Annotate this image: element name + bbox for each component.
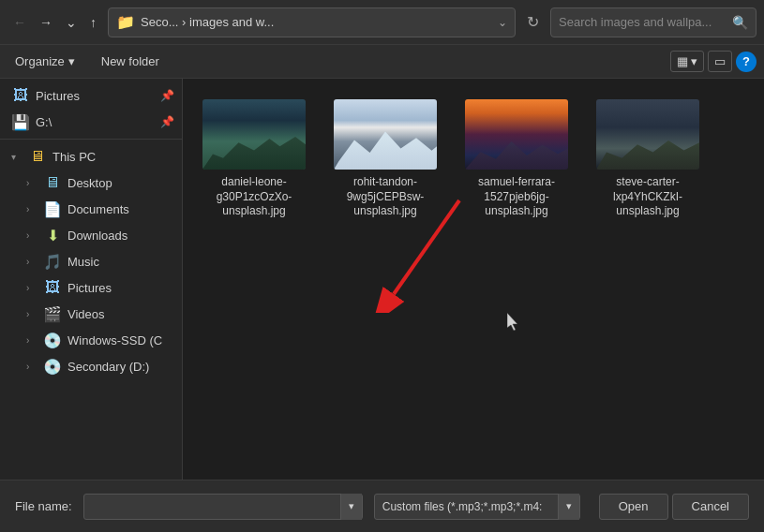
sidebar-item-g-drive[interactable]: 💾 G:\ 📌 bbox=[0, 109, 182, 135]
refresh-button[interactable]: ↻ bbox=[521, 9, 545, 35]
sidebar-item-label: Windows-SSD (C bbox=[67, 333, 162, 347]
filename-label: File name: bbox=[15, 499, 72, 513]
back-button[interactable]: ← bbox=[7, 11, 32, 34]
expand-icon: › bbox=[26, 309, 37, 319]
main-area: 🖼 Pictures 📌 💾 G:\ 📌 ▾ 🖥 This PC › 🖥 Des… bbox=[0, 79, 764, 480]
address-bar-container: ← → ⌄ ↑ 📁 Seco... › images and w... ⌄ ↻ … bbox=[0, 0, 764, 45]
expand-icon: › bbox=[26, 178, 37, 188]
cancel-button[interactable]: Cancel bbox=[672, 494, 749, 520]
music-icon: 🎵 bbox=[43, 253, 62, 271]
organize-label: Organize bbox=[15, 54, 65, 68]
sidebar-item-documents[interactable]: › 📄 Documents bbox=[0, 196, 182, 222]
sidebar-item-label: Desktop bbox=[67, 176, 112, 190]
address-bar[interactable]: 📁 Seco... › images and w... ⌄ bbox=[108, 7, 516, 37]
toolbar: Organize ▾ New folder ▦ ▾ ▭ ? bbox=[0, 45, 764, 79]
pictures-icon: 🖼 bbox=[43, 279, 62, 296]
file-thumbnail bbox=[202, 99, 306, 170]
file-item[interactable]: samuel-ferrara-1527pjeb6jg-unsplash.jpg bbox=[460, 94, 573, 225]
new-folder-label: New folder bbox=[101, 54, 159, 68]
history-dropdown-button[interactable]: ⌄ bbox=[60, 11, 82, 34]
file-area: daniel-leone-g30P1zcOzXo-unsplash.jpg ro… bbox=[183, 79, 764, 480]
sidebar-item-this-pc[interactable]: ▾ 🖥 This PC bbox=[0, 143, 182, 170]
view-chevron-icon: ▾ bbox=[691, 54, 697, 68]
expand-icon: › bbox=[26, 335, 37, 346]
new-folder-button[interactable]: New folder bbox=[94, 52, 167, 71]
expand-icon: › bbox=[26, 230, 37, 241]
file-name: daniel-leone-g30P1zcOzXo-unsplash.jpg bbox=[203, 175, 305, 219]
mouse-cursor bbox=[507, 313, 520, 332]
address-path-text: Seco... › images and w... bbox=[141, 15, 492, 29]
file-item[interactable]: rohit-tandon-9wg5jCEPBsw-unsplash.jpg bbox=[329, 94, 442, 225]
search-bar[interactable]: 🔍 bbox=[550, 7, 757, 37]
sidebar-item-label: Documents bbox=[67, 202, 129, 216]
search-icon: 🔍 bbox=[732, 15, 748, 30]
view-toggle-button[interactable]: ▦ ▾ bbox=[670, 51, 704, 72]
sidebar-item-videos[interactable]: › 🎬 Videos bbox=[0, 301, 182, 327]
sidebar-item-label: Downloads bbox=[67, 229, 127, 243]
sidebar-item-desktop[interactable]: › 🖥 Desktop bbox=[0, 170, 182, 196]
file-name: steve-carter-lxp4YhCKZkI-unsplash.jpg bbox=[597, 175, 698, 219]
folder-icon: 📁 bbox=[116, 13, 135, 31]
bottom-bar: File name: ▾ Custom files (*.mp3;*.mp3;*… bbox=[0, 480, 764, 532]
file-thumbnail bbox=[334, 99, 437, 170]
sidebar-item-secondary[interactable]: › 💿 Secondary (D:) bbox=[0, 353, 182, 379]
filename-dropdown-button[interactable]: ▾ bbox=[340, 494, 362, 520]
sidebar-item-label: Pictures bbox=[67, 281, 112, 295]
file-name: rohit-tandon-9wg5jCEPBsw-unsplash.jpg bbox=[335, 175, 436, 219]
expand-icon: ▾ bbox=[11, 152, 22, 162]
sidebar-divider bbox=[0, 139, 182, 140]
organize-chevron-icon: ▾ bbox=[68, 54, 75, 68]
pane-toggle-button[interactable]: ▭ bbox=[708, 51, 732, 72]
filetype-label: Custom files (*.mp3;*.mp3;*.m4: bbox=[375, 500, 558, 513]
sidebar-item-downloads[interactable]: › ⬇ Downloads bbox=[0, 222, 182, 248]
expand-icon: › bbox=[26, 362, 37, 372]
sidebar-item-label: Videos bbox=[67, 307, 105, 321]
file-item[interactable]: steve-carter-lxp4YhCKZkI-unsplash.jpg bbox=[592, 94, 704, 225]
expand-icon: › bbox=[26, 283, 37, 293]
expand-icon: › bbox=[26, 257, 37, 267]
this-pc-label: This PC bbox=[52, 150, 96, 164]
docs-icon: 📄 bbox=[43, 200, 62, 218]
file-name: samuel-ferrara-1527pjeb6jg-unsplash.jpg bbox=[466, 175, 567, 219]
sidebar-item-label: Secondary (D:) bbox=[67, 360, 149, 374]
search-input[interactable] bbox=[559, 15, 727, 29]
pin-icon: 📌 bbox=[160, 115, 174, 128]
view-icon: ▦ bbox=[677, 54, 688, 68]
drive-icon: 💿 bbox=[43, 358, 62, 376]
file-thumbnail bbox=[596, 99, 699, 170]
expand-icon: › bbox=[26, 204, 37, 214]
sidebar: 🖼 Pictures 📌 💾 G:\ 📌 ▾ 🖥 This PC › 🖥 Des… bbox=[0, 79, 183, 480]
filename-input-wrap: ▾ bbox=[83, 494, 363, 520]
sidebar-item-pictures-pinned[interactable]: 🖼 Pictures 📌 bbox=[0, 82, 182, 109]
file-thumbnail bbox=[465, 99, 568, 170]
sidebar-item-pictures[interactable]: › 🖼 Pictures bbox=[0, 274, 182, 301]
up-button[interactable]: ↑ bbox=[84, 11, 102, 34]
pictures-pinned-icon: 🖼 bbox=[11, 87, 30, 104]
open-button[interactable]: Open bbox=[599, 494, 668, 520]
address-chevron-icon: ⌄ bbox=[498, 16, 507, 29]
file-item[interactable]: daniel-leone-g30P1zcOzXo-unsplash.jpg bbox=[198, 94, 310, 225]
forward-button[interactable]: → bbox=[34, 11, 58, 34]
pane-icon: ▭ bbox=[714, 54, 726, 68]
desktop-icon: 🖥 bbox=[43, 174, 62, 191]
downloads-icon: ⬇ bbox=[43, 227, 62, 244]
help-button[interactable]: ? bbox=[736, 52, 757, 72]
filetype-select[interactable]: Custom files (*.mp3;*.mp3;*.m4: ▾ bbox=[374, 494, 580, 520]
filename-input[interactable] bbox=[84, 499, 340, 513]
this-pc-icon: 🖥 bbox=[28, 148, 47, 165]
pin-icon: 📌 bbox=[160, 89, 174, 102]
sidebar-item-label: G:\ bbox=[36, 115, 52, 129]
drive-icon: 💾 bbox=[11, 113, 30, 131]
drive-icon: 💿 bbox=[43, 332, 62, 349]
sidebar-item-music[interactable]: › 🎵 Music bbox=[0, 248, 182, 274]
bottom-actions: Open Cancel bbox=[599, 494, 749, 520]
sidebar-item-label: Pictures bbox=[36, 89, 80, 103]
filetype-dropdown-button[interactable]: ▾ bbox=[558, 494, 579, 520]
nav-buttons: ← → ⌄ ↑ bbox=[7, 11, 102, 34]
organize-button[interactable]: Organize ▾ bbox=[7, 52, 82, 71]
toolbar-right: ▦ ▾ ▭ ? bbox=[670, 51, 757, 72]
sidebar-item-label: Music bbox=[67, 255, 99, 269]
videos-icon: 🎬 bbox=[43, 305, 62, 323]
svg-marker-2 bbox=[507, 313, 517, 331]
sidebar-item-windows-ssd[interactable]: › 💿 Windows-SSD (C bbox=[0, 327, 182, 353]
